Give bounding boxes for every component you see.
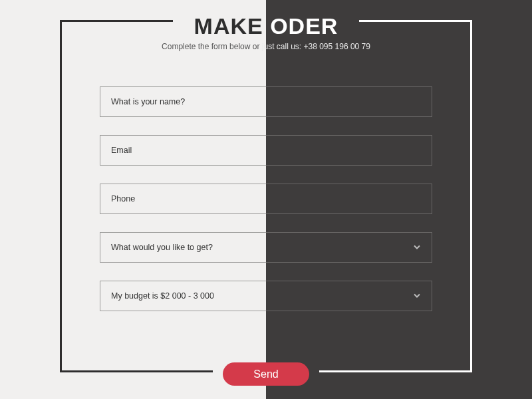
subtitle-left: Complete the form below or [162, 42, 262, 51]
phone-field[interactable]: Phone [100, 184, 432, 214]
form-header: MAKE ODER Complete the form below or jus… [0, 13, 532, 51]
name-field[interactable]: What is your name? [100, 86, 432, 117]
page-subtitle: Complete the form below or just call us:… [0, 42, 532, 51]
title-right: ODER [270, 13, 338, 39]
phone-placeholder: Phone [100, 184, 266, 214]
want-select[interactable]: What would you like to get? [100, 232, 432, 263]
email-placeholder: Email [100, 135, 266, 166]
name-placeholder: What is your name? [100, 86, 266, 117]
subtitle-right: just call us: +38 095 196 00 79 [262, 42, 370, 51]
budget-select[interactable]: My budget is $2 000 - 3 000 [100, 281, 432, 311]
send-button[interactable]: Send [223, 362, 309, 386]
budget-selected: My budget is $2 000 - 3 000 [100, 281, 266, 311]
chevron-down-icon [413, 292, 421, 300]
want-placeholder: What would you like to get? [100, 232, 266, 263]
page-title: MAKE ODER [0, 13, 532, 39]
email-field[interactable]: Email [100, 135, 432, 166]
order-form: What is your name? Email Phone What woul… [100, 86, 432, 329]
chevron-down-icon [413, 243, 421, 251]
title-left: MAKE [194, 13, 271, 39]
